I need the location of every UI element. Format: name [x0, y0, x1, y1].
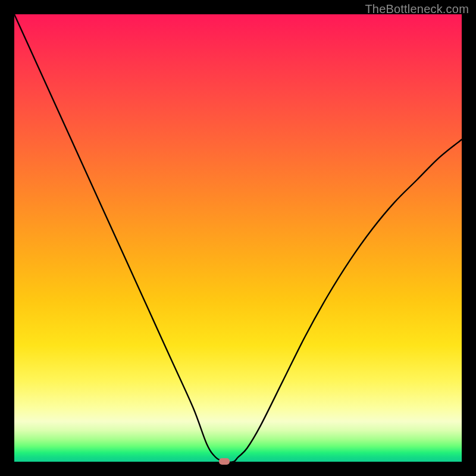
plot-area: [14, 14, 462, 462]
bottleneck-curve: [14, 14, 462, 462]
minimum-marker: [219, 458, 230, 465]
watermark-text: TheBottleneck.com: [365, 2, 469, 16]
chart-frame: TheBottleneck.com: [0, 0, 476, 476]
curve-path: [14, 14, 462, 462]
